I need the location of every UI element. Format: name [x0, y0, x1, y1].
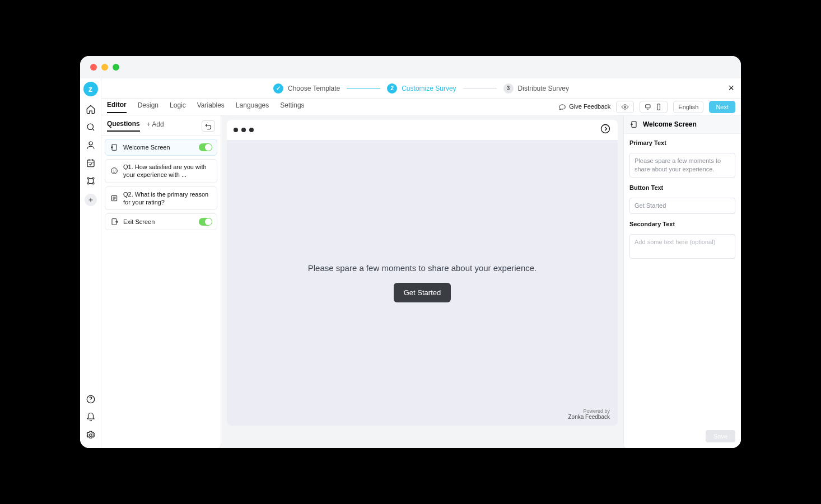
tab-editor[interactable]: Editor — [107, 101, 127, 113]
tab-logic[interactable]: Logic — [170, 101, 186, 113]
step-choose-template[interactable]: ✓ Choose Template — [273, 83, 340, 94]
window-zoom-dot[interactable] — [113, 64, 119, 71]
window-titlebar — [80, 56, 741, 78]
question-item-welcome[interactable]: Welcome Screen — [105, 139, 217, 156]
rail-help[interactable] — [86, 394, 96, 404]
question-label: Q2. What is the primary reason for your … — [123, 190, 212, 207]
device-switch-button[interactable] — [640, 101, 668, 113]
step-customize-survey[interactable]: 2 Customize Survey — [387, 83, 456, 94]
workspace: Questions + Add Welcome Screen Q1. How s… — [101, 115, 741, 448]
button-text-label: Button Text — [629, 184, 735, 191]
powered-by-brand: Zonka Feedback — [568, 414, 610, 420]
step-number: 3 — [503, 83, 514, 94]
eye-icon — [621, 103, 629, 111]
secondary-text-label: Secondary Text — [629, 221, 735, 227]
questions-list: Welcome Screen Q1. How satisfied are you… — [101, 136, 221, 234]
stepper-bar: ✓ Choose Template 2 Customize Survey 3 D… — [101, 78, 741, 99]
preview-cta-button[interactable]: Get Started — [394, 283, 451, 302]
rail-search[interactable] — [86, 122, 96, 132]
secondary-text-input[interactable]: Add some text here (optional) — [629, 234, 735, 259]
question-icon — [86, 394, 96, 404]
check-icon: ✓ — [273, 83, 283, 94]
editor-right-controls: Give Feedback English Next — [558, 101, 735, 113]
svg-rect-11 — [646, 104, 650, 108]
home-icon — [86, 104, 96, 114]
exit-toggle[interactable] — [199, 218, 212, 226]
button-text-input[interactable]: Get Started — [629, 198, 735, 214]
question-item-exit[interactable]: Exit Screen — [105, 213, 217, 230]
exit-screen-icon — [110, 217, 119, 226]
window-close-dot[interactable] — [90, 64, 97, 71]
workflow-icon — [86, 176, 96, 186]
rail-settings[interactable] — [86, 430, 96, 440]
survey-preview: Please spare a few moments to share abou… — [227, 120, 618, 426]
give-feedback-link[interactable]: Give Feedback — [558, 103, 610, 111]
step-label: Customize Survey — [402, 85, 456, 92]
nav-rail: z — [80, 78, 101, 448]
primary-text-input[interactable]: Please spare a few moments to share abou… — [629, 153, 735, 178]
powered-by-small: Powered by — [568, 408, 610, 414]
preview-eye-button[interactable] — [616, 101, 634, 113]
svg-point-5 — [87, 183, 89, 184]
rail-calendar[interactable] — [86, 158, 96, 168]
canvas-area: Please spare a few moments to share abou… — [221, 115, 623, 448]
globe-search-icon — [86, 122, 96, 132]
language-label: English — [678, 104, 698, 110]
question-label: Welcome Screen — [123, 143, 194, 151]
text-icon — [110, 194, 119, 203]
next-label: Next — [716, 104, 729, 110]
svg-point-1 — [89, 142, 92, 145]
properties-header: Welcome Screen — [624, 115, 741, 134]
rail-contacts[interactable] — [86, 140, 96, 150]
preview-toolbar — [227, 120, 618, 140]
close-button[interactable]: × — [728, 83, 734, 93]
brand-logo[interactable]: z — [83, 82, 98, 96]
svg-point-8 — [90, 401, 91, 402]
mobile-icon — [655, 103, 663, 111]
bell-icon — [86, 412, 96, 422]
tab-variables[interactable]: Variables — [197, 101, 225, 113]
rail-workflows[interactable] — [86, 176, 96, 186]
plus-icon — [87, 197, 94, 203]
step-connector — [463, 88, 497, 88]
svg-rect-12 — [657, 104, 660, 110]
welcome-screen-icon — [629, 120, 638, 129]
questions-panel: Questions + Add Welcome Screen Q1. How s… — [101, 115, 221, 448]
undo-history-button[interactable] — [202, 120, 215, 132]
rail-home[interactable] — [86, 104, 96, 114]
preview-progress-dots — [234, 128, 254, 132]
qtab-add[interactable]: + Add — [147, 120, 164, 131]
question-item-q1[interactable]: Q1. How satisfied are you with your expe… — [105, 159, 217, 183]
question-label: Q1. How satisfied are you with your expe… — [123, 163, 212, 179]
qtab-questions[interactable]: Questions — [107, 120, 140, 132]
welcome-toggle[interactable] — [199, 143, 212, 151]
rail-add[interactable] — [85, 194, 97, 206]
svg-point-0 — [87, 124, 94, 130]
next-button[interactable]: Next — [709, 101, 735, 113]
step-number: 2 — [387, 83, 397, 94]
window-minimize-dot[interactable] — [101, 64, 108, 71]
save-button[interactable]: Save — [706, 430, 735, 442]
properties-title: Welcome Screen — [643, 120, 697, 128]
gear-icon — [86, 430, 96, 440]
preview-next-arrow[interactable] — [600, 123, 611, 137]
feedback-icon — [558, 103, 566, 111]
desktop-icon — [645, 103, 652, 111]
preview-body: Please spare a few moments to share abou… — [227, 140, 618, 426]
rail-notifications[interactable] — [86, 412, 96, 422]
main-column: ✓ Choose Template 2 Customize Survey 3 D… — [101, 78, 741, 448]
svg-point-19 — [601, 125, 610, 133]
step-distribute-survey[interactable]: 3 Distribute Survey — [503, 83, 569, 94]
language-select[interactable]: English — [673, 101, 703, 113]
powered-by: Powered by Zonka Feedback — [568, 408, 610, 420]
undo-icon — [204, 122, 212, 130]
step-label: Distribute Survey — [518, 85, 569, 92]
question-item-q2[interactable]: Q2. What is the primary reason for your … — [105, 186, 217, 211]
tab-settings[interactable]: Settings — [280, 101, 304, 113]
welcome-screen-icon — [110, 143, 119, 152]
person-icon — [86, 140, 96, 150]
svg-point-9 — [89, 434, 92, 437]
tab-design[interactable]: Design — [138, 101, 158, 113]
svg-point-15 — [113, 170, 113, 170]
tab-languages[interactable]: Languages — [236, 101, 269, 113]
